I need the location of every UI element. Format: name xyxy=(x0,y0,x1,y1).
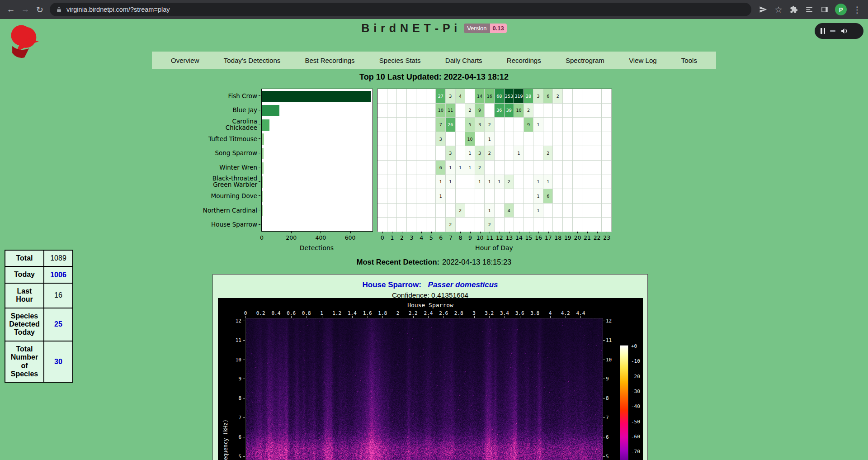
nav-item-species-stats[interactable]: Species Stats xyxy=(379,57,421,64)
heat-cell xyxy=(456,146,466,161)
heat-cell xyxy=(387,89,397,104)
header-row: B i r d N E T - P i Version 0.13 xyxy=(0,22,868,35)
heat-cell xyxy=(426,204,436,218)
heat-cell xyxy=(485,104,495,118)
heat-cell: 36 xyxy=(495,104,505,118)
stats-table: Total1089Today1006Last Hour16Species Det… xyxy=(5,250,73,383)
heat-cell: 1 xyxy=(514,146,524,161)
heat-cell xyxy=(387,218,397,232)
menu-icon[interactable]: ⋮ xyxy=(850,2,864,17)
profile-avatar[interactable]: P xyxy=(835,4,847,15)
heat-cell xyxy=(377,118,387,132)
heat-cell xyxy=(524,204,534,218)
reload-button[interactable]: ↻ xyxy=(33,2,47,17)
heat-axis-title: Hour of Day xyxy=(475,244,513,251)
spectrogram-title: House Sparrow xyxy=(218,302,643,308)
heat-cell xyxy=(592,175,602,190)
stat-value[interactable]: 30 xyxy=(44,341,73,383)
nav-item-recordings[interactable]: Recordings xyxy=(507,57,541,64)
spec-time-tick xyxy=(307,316,307,318)
species-name-link[interactable]: House Sparrow: xyxy=(362,280,421,289)
spec-time-tick-label: 2.8 xyxy=(454,310,463,316)
heat-cell xyxy=(407,132,417,147)
nav-item-overview[interactable]: Overview xyxy=(171,57,199,64)
heat-cell xyxy=(495,189,505,204)
bookmark-star-icon[interactable]: ☆ xyxy=(771,2,786,17)
spec-freq-tick-label: 5 xyxy=(606,453,618,459)
axis-tick xyxy=(470,232,471,233)
heat-cell xyxy=(456,175,466,190)
heat-cell xyxy=(387,189,397,204)
spec-time-tick xyxy=(489,316,490,318)
stat-value[interactable]: 1006 xyxy=(44,266,73,283)
heat-cell xyxy=(602,175,612,190)
heat-cell xyxy=(573,175,583,190)
nav-item-view-log[interactable]: View Log xyxy=(629,57,656,64)
heat-cell xyxy=(475,218,485,232)
spec-time-tick-label: 1 xyxy=(320,310,323,316)
spec-freq-tick xyxy=(603,321,605,321)
heat-cell xyxy=(426,175,436,190)
spec-freq-tick-label: 6 xyxy=(226,434,241,440)
send-icon[interactable] xyxy=(756,2,770,17)
side-panel-icon[interactable] xyxy=(817,2,832,17)
heat-cell xyxy=(602,218,612,232)
heat-cell xyxy=(514,204,524,218)
bars-plot xyxy=(261,89,373,232)
spec-freq-tick-label: 7 xyxy=(226,415,241,421)
heat-cell xyxy=(397,204,407,218)
spec-freq-tick-label: 11 xyxy=(226,337,241,343)
spec-freq-tick-label: 10 xyxy=(606,356,618,362)
spec-time-tick-label: 2 xyxy=(396,310,400,316)
extensions-icon[interactable] xyxy=(787,2,801,17)
heat-cell xyxy=(533,146,543,161)
heat-cell: 2 xyxy=(456,204,466,218)
volume-icon[interactable] xyxy=(840,27,848,35)
heat-cell: 1 xyxy=(543,175,553,190)
stats-row: Today1006 xyxy=(5,266,73,283)
detections-bar xyxy=(262,91,371,102)
stat-value[interactable]: 25 xyxy=(44,308,73,341)
spec-time-tick xyxy=(398,316,398,318)
heat-cell: 1 xyxy=(495,175,505,190)
reading-list-icon[interactable] xyxy=(802,2,816,17)
nav-item-today-s-detections[interactable]: Today's Detections xyxy=(224,57,280,64)
spec-time-tick xyxy=(566,316,566,318)
detections-bar xyxy=(262,148,264,159)
nav-item-daily-charts[interactable]: Daily Charts xyxy=(445,57,482,64)
heat-cell: 2 xyxy=(485,146,495,161)
axis-tick xyxy=(538,232,539,233)
browser-toolbar: ← → ↻ virginia.birdnetpi.com/?stream=pla… xyxy=(0,0,868,19)
heat-cell xyxy=(553,132,563,147)
heat-cell xyxy=(514,161,524,175)
spec-time-tick xyxy=(276,316,276,318)
heat-cell xyxy=(553,204,563,218)
address-bar[interactable]: virginia.birdnetpi.com/?stream=play xyxy=(50,3,751,16)
heat-cell xyxy=(563,204,573,218)
pause-icon[interactable] xyxy=(821,28,825,34)
back-button[interactable]: ← xyxy=(4,2,18,17)
heat-cell: 1 xyxy=(533,189,543,204)
heat-cell xyxy=(397,132,407,147)
heat-cell xyxy=(377,189,387,204)
scientific-name: Passer domesticus xyxy=(428,280,498,289)
spec-freq-tick-label: 12 xyxy=(606,318,618,324)
heat-cell xyxy=(573,161,583,175)
heat-cell xyxy=(582,89,592,104)
axis-tick-label: 400 xyxy=(315,234,326,241)
seek-dash[interactable] xyxy=(830,30,835,32)
forward-button[interactable]: → xyxy=(18,2,33,17)
axis-tick xyxy=(548,232,549,233)
audio-player[interactable] xyxy=(815,23,863,39)
nav-item-spectrogram[interactable]: Spectrogram xyxy=(566,57,604,64)
heat-cell xyxy=(543,104,553,118)
heat-cell xyxy=(505,146,514,161)
nav-item-best-recordings[interactable]: Best Recordings xyxy=(305,57,355,64)
species-label: Mourning Dove xyxy=(199,189,260,203)
axis-tick xyxy=(402,232,402,233)
heat-cell xyxy=(592,132,602,147)
heat-cell xyxy=(387,161,397,175)
spec-time-tick-label: 2.2 xyxy=(409,310,418,316)
nav-item-tools[interactable]: Tools xyxy=(681,57,697,64)
heat-cell xyxy=(573,89,583,104)
